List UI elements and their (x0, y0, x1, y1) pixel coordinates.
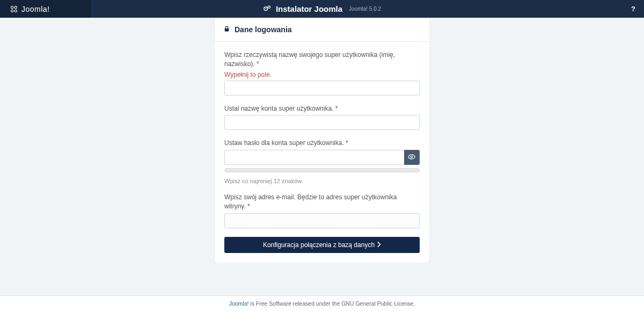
password-input[interactable] (224, 150, 404, 165)
svg-point-9 (411, 156, 413, 158)
email-input[interactable] (224, 213, 420, 228)
card-body: Wpisz rzeczywistą nazwę swojego super uż… (215, 42, 429, 263)
email-field-group: Wpisz swój adres e-mail. Będzie to adres… (224, 193, 420, 228)
chevron-right-icon (377, 241, 381, 249)
submit-button-label: Konfiguracja połączenia z bazą danych (263, 241, 375, 249)
email-label: Wpisz swój adres e-mail. Będzie to adres… (224, 193, 420, 211)
lock-icon (223, 25, 230, 34)
realname-label: Wpisz rzeczywistą nazwę swojego super uż… (224, 50, 420, 69)
version-label: Joomla! 5.0.2 (349, 6, 381, 12)
svg-point-3 (14, 10, 17, 12)
svg-point-5 (265, 8, 266, 9)
svg-point-2 (11, 10, 13, 12)
password-row (224, 150, 420, 165)
card-header: Dane logowania (215, 18, 429, 42)
login-data-card: Dane logowania Wpisz rzeczywistą nazwę s… (215, 18, 429, 263)
realname-error: Wypełnij to pole. (224, 71, 420, 78)
password-label: Ustaw hasło dla konta super użytkownika.… (224, 139, 420, 148)
joomla-logo-icon (10, 5, 18, 13)
svg-rect-8 (225, 28, 229, 31)
topbar-title-area: Instalator Joomla Joomla! 5.0.2 (263, 4, 381, 13)
password-visibility-toggle[interactable] (404, 150, 420, 165)
eye-icon (408, 153, 415, 162)
help-button[interactable]: ? (631, 5, 635, 13)
username-label: Ustal nazwę konta super użytkownika. * (224, 104, 420, 113)
username-field-group: Ustal nazwę konta super użytkownika. * (224, 104, 420, 131)
logo-text: Joomla! (21, 5, 50, 13)
svg-point-7 (269, 6, 269, 7)
password-field-group: Ustaw hasło dla konta super użytkownika.… (224, 139, 420, 184)
page-title: Instalator Joomla (276, 4, 342, 13)
password-hint: Wpisz co najmniej 12 znaków. (224, 178, 420, 184)
svg-point-1 (14, 6, 17, 8)
db-config-button[interactable]: Konfiguracja połączenia z bazą danych (224, 237, 420, 253)
realname-input[interactable] (224, 81, 420, 96)
svg-point-0 (11, 6, 13, 8)
main-content: Dane logowania Wpisz rzeczywistą nazwę s… (0, 18, 644, 263)
gears-icon (263, 5, 272, 13)
topbar: Joomla! Instalator Joomla Joomla! 5.0.2 … (0, 0, 644, 18)
logo-area[interactable]: Joomla! (0, 0, 91, 18)
password-strength-bar (224, 168, 420, 172)
card-heading: Dane logowania (235, 25, 292, 34)
realname-field-group: Wpisz rzeczywistą nazwę swojego super uż… (224, 50, 420, 96)
username-input[interactable] (224, 115, 420, 130)
